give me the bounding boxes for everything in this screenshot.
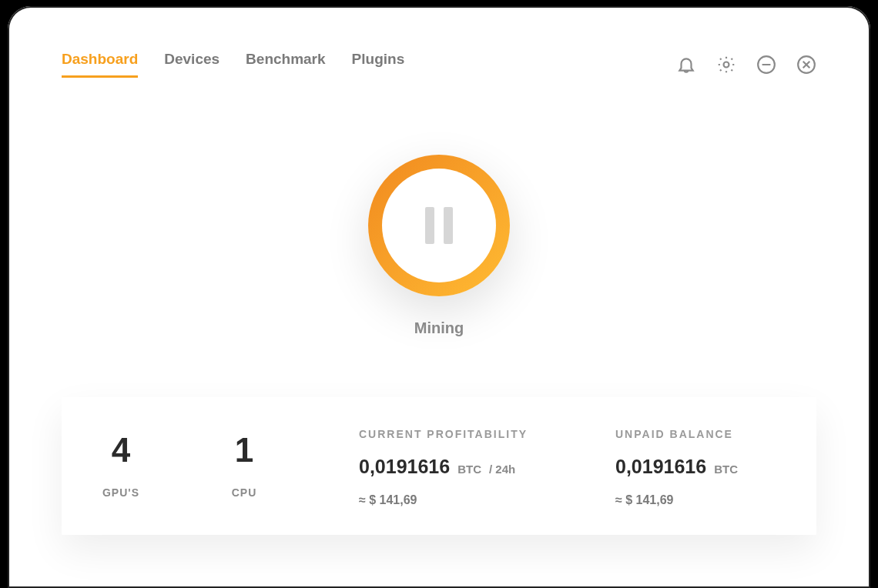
tab-benchmark[interactable]: Benchmark [246,51,326,78]
balance-approx: ≈ $ 141,69 [615,493,789,507]
profitability-unit: BTC [457,463,481,476]
mining-section: Mining [62,155,816,337]
minimize-icon[interactable] [756,55,776,75]
tab-dashboard[interactable]: Dashboard [62,51,138,78]
mining-status-label: Mining [414,319,464,337]
gear-icon[interactable] [716,55,736,75]
mining-toggle-button[interactable] [368,155,510,296]
svg-point-0 [724,62,729,67]
tab-plugins[interactable]: Plugins [352,51,405,78]
stats-row: 4 GPU'S 1 CPU CURRENT PROFITABILITY 0,01… [62,397,816,535]
cpu-card: 1 CPU [185,397,303,535]
balance-unit: BTC [714,463,738,476]
balance-caption: UNPAID BALANCE [615,428,789,440]
profitability-amount: 0,0191616 [359,456,450,478]
app-window: Dashboard Devices Benchmark Plugins [8,6,870,588]
profitability-caption: CURRENT PROFITABILITY [359,428,532,440]
gpu-label: GPU'S [62,486,180,499]
tab-devices[interactable]: Devices [164,51,220,78]
cpu-count: 1 [185,431,303,469]
profitability-card: CURRENT PROFITABILITY 0,0191616 BTC / 24… [308,397,560,535]
header-icon-bar [676,55,816,75]
close-icon[interactable] [796,55,816,75]
profitability-period: / 24h [489,463,515,476]
header: Dashboard Devices Benchmark Plugins [62,6,816,78]
cpu-label: CPU [185,486,303,499]
nav-tabs: Dashboard Devices Benchmark Plugins [62,51,404,78]
pause-icon [382,169,496,282]
balance-card: UNPAID BALANCE 0,0191616 BTC ≈ $ 141,69 [565,397,816,535]
balance-amount: 0,0191616 [615,456,706,478]
bell-icon[interactable] [676,55,696,75]
profitability-approx: ≈ $ 141,69 [359,493,532,507]
gpu-count: 4 [62,431,180,469]
gpu-card: 4 GPU'S [62,397,180,535]
